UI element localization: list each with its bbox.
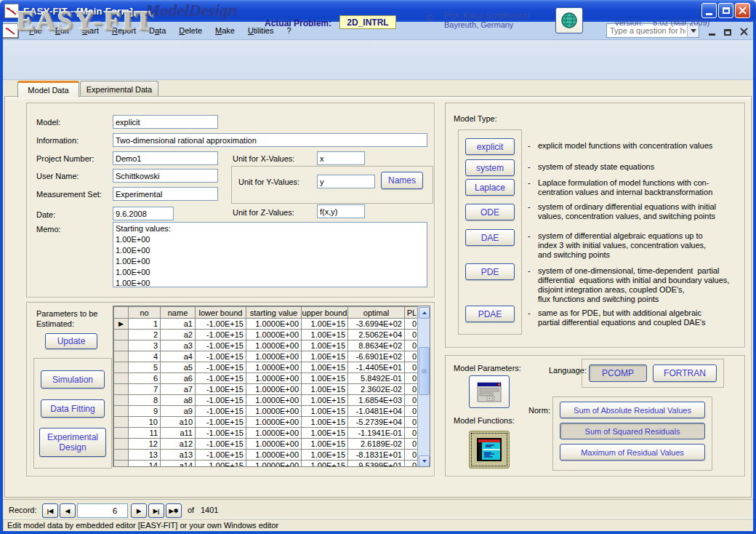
table-cell[interactable]: a5 — [161, 362, 196, 373]
table-cell[interactable]: -1.00E+15 — [196, 428, 246, 439]
table-cell[interactable]: 1.0000E+00 — [246, 384, 302, 395]
table-cell[interactable]: 8.8634E+02 — [348, 340, 405, 351]
first-record-button[interactable]: |◀ — [42, 503, 58, 518]
table-cell[interactable]: -1.00E+15 — [196, 373, 246, 384]
project-number-input[interactable] — [113, 151, 218, 165]
table-cell[interactable]: -5.2739E+04 — [348, 417, 405, 428]
row-selector[interactable]: ▶ — [114, 319, 129, 330]
maximize-button[interactable] — [718, 3, 733, 18]
menu-item-make[interactable]: Make — [209, 24, 241, 37]
column-header[interactable]: optimal — [348, 307, 405, 319]
table-cell[interactable]: 14 — [129, 461, 161, 468]
minimize-button[interactable] — [701, 3, 717, 18]
table-cell[interactable]: 1.00E+15 — [302, 362, 348, 373]
data-fitting-button[interactable]: Data Fitting — [41, 399, 105, 418]
column-header[interactable]: lower bound — [196, 307, 246, 319]
table-cell[interactable]: 1.0000E+00 — [246, 319, 302, 330]
fortran-button[interactable]: FORTRAN — [653, 364, 717, 382]
table-cell[interactable]: a9 — [161, 406, 196, 417]
table-cell[interactable]: a13 — [161, 450, 196, 461]
table-cell[interactable]: 1.0000E+00 — [246, 439, 302, 450]
tab-experimental-data[interactable]: Experimental Data — [80, 81, 158, 97]
table-cell[interactable]: 1.0000E+00 — [246, 461, 302, 468]
table-cell[interactable]: 13 — [129, 450, 161, 461]
table-cell[interactable]: 1.0000E+00 — [246, 362, 302, 373]
memo-input[interactable]: Starting values: 1.00E+00 1.00E+00 1.00E… — [113, 222, 427, 287]
model-type-laplace-button[interactable]: Laplace — [465, 179, 515, 196]
table-cell[interactable]: -1.00E+15 — [196, 450, 246, 461]
row-selector[interactable] — [114, 406, 129, 417]
table-cell[interactable]: -1.0481E+04 — [348, 406, 405, 417]
table-cell[interactable]: 3 — [129, 340, 161, 351]
scroll-thumb[interactable] — [419, 347, 430, 395]
row-selector[interactable] — [114, 461, 129, 468]
table-cell[interactable]: 5 — [129, 362, 161, 373]
column-header[interactable]: no — [129, 307, 161, 319]
table-cell[interactable]: -1.00E+15 — [196, 439, 246, 450]
table-cell[interactable]: 11 — [129, 428, 161, 439]
table-cell[interactable]: 1.00E+15 — [302, 330, 348, 340]
table-cell[interactable]: 2.6189E-02 — [348, 439, 405, 450]
table-cell[interactable]: -1.00E+15 — [196, 319, 246, 330]
child-restore-button[interactable] — [723, 26, 733, 36]
model-input[interactable] — [113, 115, 218, 129]
table-cell[interactable]: 1.0000E+00 — [246, 395, 302, 406]
table-cell[interactable]: 1.0000E+00 — [246, 330, 302, 340]
table-cell[interactable]: 5.8492E-01 — [348, 373, 405, 384]
table-cell[interactable]: -1.00E+15 — [196, 406, 246, 417]
table-cell[interactable]: 2 — [129, 330, 161, 340]
model-functions-button[interactable] — [469, 431, 510, 469]
table-cell[interactable]: 1.00E+15 — [302, 417, 348, 428]
table-cell[interactable]: -6.6901E+02 — [348, 351, 405, 362]
column-header[interactable]: upper bound — [302, 307, 348, 319]
table-cell[interactable]: 4 — [129, 351, 161, 362]
table-cell[interactable]: a3 — [161, 340, 196, 351]
table-cell[interactable]: -1.00E+15 — [196, 351, 246, 362]
row-selector[interactable] — [114, 340, 129, 351]
row-selector[interactable] — [114, 395, 129, 406]
model-type-system-button[interactable]: system — [465, 159, 515, 176]
table-cell[interactable]: -8.1831E+01 — [348, 450, 405, 461]
table-cell[interactable]: 9.5399E+01 — [348, 461, 405, 468]
table-cell[interactable]: 1.00E+15 — [302, 450, 348, 461]
row-selector[interactable] — [114, 384, 129, 395]
table-cell[interactable]: 1.00E+15 — [302, 428, 348, 439]
row-selector[interactable] — [114, 362, 129, 373]
table-cell[interactable]: 1 — [129, 319, 161, 330]
new-record-button[interactable]: ▶✱ — [166, 503, 182, 518]
experimental-design-button[interactable]: Experimental Design — [39, 428, 106, 457]
table-cell[interactable]: 1.00E+15 — [302, 384, 348, 395]
previous-record-button[interactable]: ◀ — [60, 503, 76, 518]
model-type-pdae-button[interactable]: PDAE — [465, 306, 515, 322]
user-name-input[interactable] — [113, 169, 218, 183]
table-cell[interactable]: a2 — [161, 330, 196, 340]
row-selector[interactable] — [114, 351, 129, 362]
table-cell[interactable]: a14 — [161, 461, 196, 468]
table-cell[interactable]: a8 — [161, 395, 196, 406]
row-selector[interactable] — [114, 373, 129, 384]
table-cell[interactable]: 1.0000E+00 — [246, 417, 302, 428]
unit-y-input[interactable] — [317, 175, 375, 188]
table-cell[interactable]: 1.6854E+03 — [348, 395, 405, 406]
table-cell[interactable]: 1.0000E+00 — [246, 373, 302, 384]
table-cell[interactable]: 7 — [129, 384, 161, 395]
pcomp-button[interactable]: PCOMP — [589, 364, 647, 382]
model-type-dae-button[interactable]: DAE — [465, 229, 515, 246]
table-cell[interactable]: -1.00E+15 — [196, 417, 246, 428]
table-cell[interactable]: a6 — [161, 373, 196, 384]
table-cell[interactable]: a11 — [161, 428, 196, 439]
menu-item-delete[interactable]: Delete — [172, 24, 209, 37]
table-cell[interactable]: a4 — [161, 351, 196, 362]
table-cell[interactable]: 1.0000E+00 — [246, 450, 302, 461]
date-input[interactable] — [113, 207, 174, 220]
table-cell[interactable]: 2.5062E+04 — [348, 330, 405, 340]
table-cell[interactable]: -1.4405E+01 — [348, 362, 405, 373]
row-selector[interactable] — [114, 439, 129, 450]
globe-button[interactable] — [555, 7, 583, 33]
table-cell[interactable]: a1 — [161, 319, 196, 330]
measurement-set-input[interactable] — [113, 187, 218, 201]
model-type-pde-button[interactable]: PDE — [465, 263, 515, 280]
update-button[interactable]: Update — [45, 333, 97, 349]
last-record-button[interactable]: ▶| — [148, 503, 164, 518]
table-cell[interactable]: 12 — [129, 439, 161, 450]
